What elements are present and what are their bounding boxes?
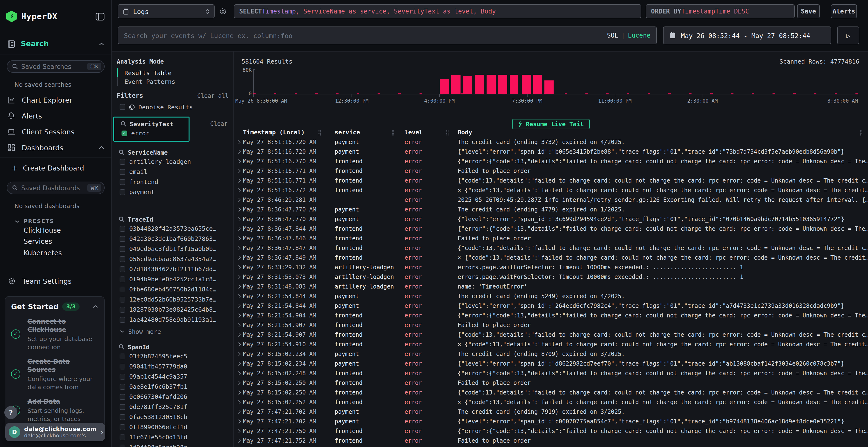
checkbox[interactable] — [120, 404, 125, 410]
checkbox[interactable] — [120, 384, 125, 389]
filter-option-07d184304627[interactable]: 07d184304627bf2f11b67dd… — [112, 264, 234, 274]
resume-live-tail-button[interactable]: Resume Live Tail — [512, 119, 590, 129]
filter-option-1d94f08c5acd[interactable]: 1d94f08c5acdb28e — [112, 442, 234, 447]
filter-group-name[interactable]: SpanId — [128, 343, 150, 350]
table-row[interactable]: May 27 8:21:54.844 AMpaymenterrorThe cre… — [235, 291, 868, 301]
table-row[interactable]: May 27 8:46:29.281 AMerror2025-05-26T09:… — [235, 195, 868, 205]
sidebar-item-preset-clickhouse[interactable]: ClickHouse — [24, 225, 112, 236]
column-drag-handle[interactable] — [446, 130, 448, 136]
source-settings-gear-icon[interactable] — [219, 7, 227, 15]
expand-row-icon[interactable] — [237, 227, 241, 231]
checkbox[interactable] — [120, 236, 125, 242]
clear-all-link[interactable]: Clear all — [197, 92, 228, 99]
onboarding-step[interactable]: ✓ Add Data Start sending logs, metrics, … — [11, 397, 98, 423]
filter-option-payment[interactable]: payment — [112, 187, 234, 197]
filter-option-03b44828f42a[interactable]: 03b44828f42a3573ea655ce… — [112, 224, 234, 234]
table-row[interactable]: May 27 8:15:02.252 AMfrontenderror× {"co… — [235, 398, 868, 407]
col-body[interactable]: Body — [458, 129, 868, 136]
expand-row-icon[interactable] — [237, 304, 241, 308]
table-row[interactable]: May 27 8:31:53.073 AMartillery-loadgener… — [235, 272, 868, 282]
checkbox[interactable] — [120, 159, 125, 165]
user-menu[interactable]: D dale@clickhouse.com dale@clickhouse.co… — [5, 423, 105, 441]
run-query-button[interactable]: ▷ — [837, 27, 859, 44]
checkbox[interactable] — [120, 414, 125, 420]
table-row[interactable]: May 27 8:15:02.234 AMpaymenterror{"level… — [235, 359, 868, 369]
expand-row-icon[interactable] — [237, 150, 241, 154]
chevron-up-icon[interactable] — [92, 304, 98, 309]
expand-row-icon[interactable] — [237, 275, 241, 279]
expand-row-icon[interactable] — [237, 208, 241, 212]
col-service[interactable]: service — [335, 129, 405, 136]
filter-option-0ae8e1f6c6b3[interactable]: 0ae8e1f6c6b37fb1 — [112, 381, 234, 391]
filter-option-1ae42480d758[interactable]: 1ae42480d758e9ab91193a1… — [112, 314, 234, 325]
table-row[interactable]: May 27 8:36:47.770 AMpaymenterror{"level… — [235, 214, 868, 224]
expand-row-icon[interactable] — [237, 140, 241, 144]
checkbox[interactable] — [120, 169, 125, 175]
expand-row-icon[interactable] — [237, 381, 241, 385]
filter-option-11c67fe55c0d[interactable]: 11c67fe55c0d13fd — [112, 432, 234, 442]
table-row[interactable]: May 27 8:51:16.720 AMpaymenterrorThe cre… — [235, 137, 868, 147]
show-more-link[interactable]: Show more — [120, 326, 234, 336]
expand-row-icon[interactable] — [237, 188, 241, 193]
checkbox[interactable] — [120, 434, 125, 440]
filter-option-03f7b824595f[interactable]: 03f7b824595feec5 — [112, 351, 234, 361]
table-row[interactable]: May 27 8:51:16.772 AMfrontenderror× {"co… — [235, 185, 868, 195]
filter-option-09041fb45777[interactable]: 09041fb457779da0 — [112, 361, 234, 371]
table-row[interactable]: May 27 8:36:47.770 AMpaymenterrorThe cre… — [235, 205, 868, 214]
filter-option-042a30c3dc1b[interactable]: 042a30c3dc1baf660b27863… — [112, 234, 234, 244]
filter-option-email[interactable]: email — [112, 167, 234, 177]
table-row[interactable]: May 27 8:51:16.771 AMfrontenderrorFailed… — [235, 166, 868, 176]
create-dashboard-button[interactable]: + Create Dashboard — [11, 163, 112, 173]
table-row[interactable]: May 27 8:15:02.248 AMfrontenderror{"erro… — [235, 369, 868, 378]
expand-row-icon[interactable] — [237, 429, 241, 433]
checkbox[interactable] — [120, 256, 125, 262]
checkbox[interactable] — [120, 286, 125, 292]
expand-row-icon[interactable] — [237, 285, 241, 289]
expand-row-icon[interactable] — [237, 314, 241, 318]
column-menu-icon[interactable] — [860, 130, 862, 136]
table-row[interactable]: May 27 8:15:02.250 AMfrontenderrorFailed… — [235, 378, 868, 388]
col-timestamp[interactable]: Timestamp (Local) — [243, 129, 335, 136]
filter-option-18287038b73e[interactable]: 18287038b73e882425c64b8… — [112, 304, 234, 314]
table-row[interactable]: May 27 8:15:02.250 AMfrontenderror{"code… — [235, 388, 868, 398]
table-row[interactable]: May 27 8:36:47.849 AMfrontenderror× {"co… — [235, 253, 868, 263]
checkbox[interactable] — [120, 444, 125, 447]
expand-row-icon[interactable] — [237, 391, 241, 395]
saved-dashboards-input[interactable]: Saved Dashboards ⌘K — [7, 182, 105, 194]
filter-option-0ff8990066ef[interactable]: 0ff8990066efcf1d — [112, 422, 234, 432]
table-row[interactable]: May 27 7:47:21.752 AMfrontenderrorFailed… — [235, 436, 868, 446]
table-row[interactable]: May 27 8:21:54.907 AMfrontenderrorFailed… — [235, 320, 868, 330]
sidebar-item-team-settings[interactable]: Team Settings — [8, 276, 112, 286]
source-select[interactable]: Logs — [118, 4, 215, 18]
expand-row-icon[interactable] — [237, 265, 241, 270]
filter-group-name[interactable]: TraceId — [128, 215, 153, 223]
checkbox[interactable] — [120, 266, 125, 272]
table-row[interactable]: May 27 8:33:29.132 AMartillery-loadgener… — [235, 263, 868, 272]
lang-sql[interactable]: SQL — [607, 32, 618, 39]
checkbox[interactable] — [120, 226, 125, 232]
filter-option-0fae53812305[interactable]: 0fae5381230518cb — [112, 412, 234, 422]
onboarding-step[interactable]: ✓ Connect to ClickHouse Set up your data… — [11, 317, 98, 351]
expand-row-icon[interactable] — [237, 410, 241, 414]
expand-row-icon[interactable] — [237, 179, 241, 183]
save-button[interactable]: Save — [797, 4, 820, 18]
column-drag-handle[interactable] — [392, 130, 394, 136]
expand-row-icon[interactable] — [237, 256, 241, 260]
table-row[interactable]: May 27 8:51:16.770 AMfrontenderror{"erro… — [235, 157, 868, 166]
analysis-mode-event-patterns[interactable]: Event Patterns — [117, 77, 234, 86]
onboarding-step[interactable]: ✓ Create Data Sources Configure where yo… — [11, 357, 98, 391]
sidebar-item-search[interactable]: Search — [7, 39, 105, 48]
date-range-picker[interactable]: May 26 08:52:44 - May 27 08:52:44 — [663, 27, 831, 44]
filter-option-12ec8dd52b60[interactable]: 12ec8dd52b60b9525733b7e… — [112, 294, 234, 304]
column-drag-handle[interactable] — [318, 130, 321, 136]
checkbox[interactable]: ✓ — [122, 130, 127, 136]
filter-group-name[interactable]: ServiceName — [128, 148, 168, 156]
table-row[interactable]: May 27 8:51:16.720 AMpaymenterror{"level… — [235, 147, 868, 157]
checkbox[interactable] — [120, 297, 125, 302]
filter-option-frontend[interactable]: frontend — [112, 177, 234, 187]
checkbox[interactable] — [120, 189, 125, 195]
table-row[interactable]: May 27 8:51:16.771 AMfrontenderror{"code… — [235, 176, 868, 185]
filter-group-name[interactable]: SeverityText — [130, 120, 173, 128]
sidebar-item-dashboards[interactable]: Dashboards — [0, 140, 112, 156]
expand-row-icon[interactable] — [237, 419, 241, 424]
